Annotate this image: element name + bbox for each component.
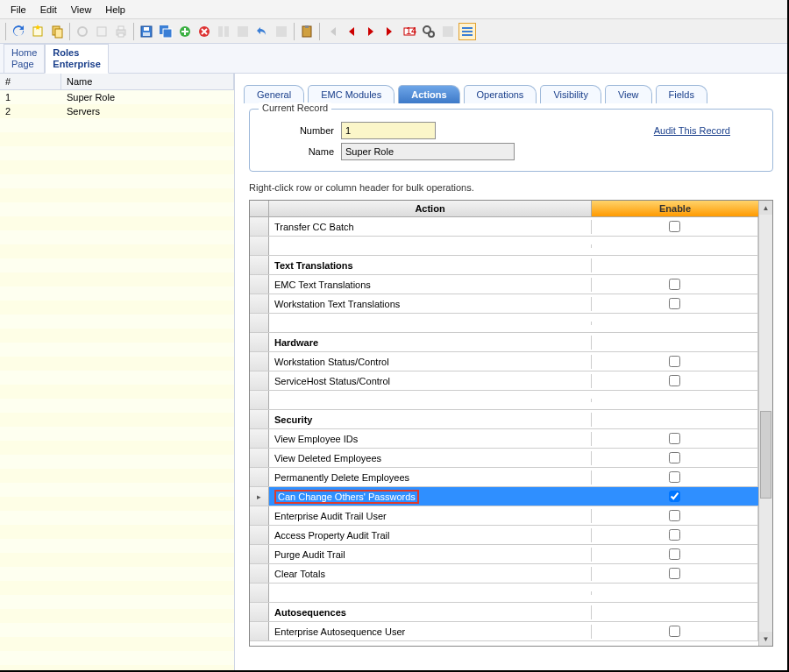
row-header[interactable] [250, 237, 269, 255]
list-view-icon[interactable] [458, 23, 476, 40]
tab-general[interactable]: General [244, 85, 304, 103]
action-cell[interactable]: Workstation Status/Control [269, 355, 592, 369]
enable-cell[interactable] [592, 622, 758, 640]
enable-checkbox[interactable] [669, 433, 680, 444]
col-name[interactable]: Name [61, 74, 234, 89]
grid-row[interactable]: Enterprise Audit Trail User [250, 506, 758, 526]
paste-icon[interactable] [298, 23, 316, 40]
grid-row[interactable]: Workstation Status/Control [250, 352, 758, 371]
row-header[interactable] [250, 526, 269, 544]
tab-fields[interactable]: Fields [656, 85, 707, 103]
row-header[interactable] [250, 506, 269, 525]
enable-cell[interactable] [592, 275, 758, 294]
name-field[interactable] [341, 143, 515, 160]
enable-cell[interactable] [592, 217, 758, 236]
grid-row[interactable]: EMC Text Translations [250, 275, 758, 294]
scroll-down-icon[interactable]: ▼ [759, 632, 772, 646]
find-icon[interactable] [420, 23, 437, 40]
tab-actions[interactable]: Actions [398, 85, 459, 103]
prev-icon[interactable] [343, 23, 360, 40]
print-icon[interactable] [112, 23, 130, 40]
grid-row[interactable]: Purge Audit Trail [250, 545, 758, 564]
row-header[interactable] [250, 314, 269, 332]
enable-checkbox[interactable] [669, 491, 680, 502]
col-action[interactable]: Action [269, 201, 592, 216]
tab-visibility[interactable]: Visibility [540, 85, 601, 103]
enable-cell[interactable] [592, 468, 758, 486]
actions-grid-body[interactable]: Transfer CC BatchText TranslationsEMC Te… [250, 217, 758, 646]
roles-list-body[interactable]: 1Super Role2Servers [0, 90, 234, 670]
row-header[interactable] [250, 603, 269, 621]
enable-checkbox[interactable] [669, 471, 680, 483]
row-header[interactable] [250, 352, 269, 371]
number-field[interactable] [341, 122, 436, 139]
action-cell[interactable]: ServiceHost Status/Control [269, 374, 592, 388]
enable-checkbox[interactable] [669, 375, 680, 386]
enable-cell[interactable] [592, 564, 758, 583]
enable-cell[interactable] [592, 371, 758, 390]
col-enable[interactable]: Enable [592, 201, 758, 216]
audit-this-record-link[interactable]: Audit This Record [654, 125, 730, 136]
save-all-icon[interactable] [157, 23, 174, 40]
action-cell[interactable]: Permanently Delete Employees [269, 470, 592, 485]
action-cell[interactable]: Enterprise Autosequence User [269, 625, 592, 639]
action-cell[interactable]: Can Change Others' Passwords [269, 488, 592, 506]
row-header[interactable] [250, 391, 269, 409]
refresh-icon[interactable] [10, 23, 27, 40]
action-cell[interactable]: Hardware [269, 336, 592, 350]
undo-icon[interactable] [253, 23, 271, 40]
enable-checkbox[interactable] [669, 568, 680, 579]
grid-row[interactable]: Enterprise Autosequence User [250, 622, 758, 641]
save-icon[interactable] [138, 23, 155, 40]
enable-checkbox[interactable] [669, 298, 680, 309]
enable-checkbox[interactable] [669, 279, 680, 290]
action-cell[interactable]: Access Property Audit Trail [269, 528, 592, 542]
row-header[interactable] [250, 333, 269, 351]
enable-checkbox[interactable] [669, 452, 680, 463]
grid-row[interactable]: Can Change Others' Passwords [250, 487, 758, 506]
action-cell[interactable]: View Deleted Employees [269, 451, 592, 465]
row-header[interactable] [250, 487, 269, 506]
action-cell[interactable]: Text Translations [269, 258, 592, 272]
action-cell[interactable]: Autosequences [269, 605, 592, 619]
grid-row[interactable]: Permanently Delete Employees [250, 468, 758, 487]
grid-row[interactable]: ServiceHost Status/Control [250, 371, 758, 391]
grid-section-row[interactable]: Text Translations [250, 256, 758, 275]
action-cell[interactable]: Workstation Text Translations [269, 297, 592, 311]
grid-section-row[interactable]: Hardware [250, 333, 758, 352]
row-header[interactable] [250, 545, 269, 563]
enable-checkbox[interactable] [669, 548, 680, 560]
next-icon[interactable] [362, 23, 380, 40]
action-cell[interactable]: Transfer CC Batch [269, 220, 592, 234]
tab-emc-modules[interactable]: EMC Modules [308, 85, 394, 103]
first-icon[interactable] [323, 23, 341, 40]
row-header[interactable] [250, 371, 269, 390]
enable-checkbox[interactable] [669, 356, 680, 367]
tab-operations[interactable]: Operations [464, 85, 537, 103]
col-number[interactable]: # [0, 74, 61, 89]
row-header[interactable] [250, 275, 269, 294]
row-header[interactable] [250, 564, 269, 583]
action-cell[interactable]: View Employee IDs [269, 432, 592, 446]
grid-row[interactable]: View Deleted Employees [250, 449, 758, 468]
row-header[interactable] [250, 622, 269, 640]
row-header[interactable] [250, 294, 269, 313]
enable-checkbox[interactable] [669, 529, 680, 541]
row-header[interactable] [250, 217, 269, 236]
grid-row[interactable]: Transfer CC Batch [250, 217, 758, 237]
row-header[interactable] [250, 449, 269, 467]
action-cell[interactable]: Purge Audit Trail [269, 548, 592, 562]
enable-checkbox[interactable] [669, 510, 680, 521]
roles-list-row[interactable]: 1Super Role [0, 90, 234, 104]
row-header[interactable] [250, 429, 269, 448]
action-cell[interactable]: Security [269, 413, 592, 427]
enable-cell[interactable] [592, 526, 758, 544]
enable-checkbox[interactable] [669, 626, 680, 637]
grid-row[interactable]: Access Property Audit Trail [250, 526, 758, 545]
action-cell[interactable]: Enterprise Audit Trail User [269, 509, 592, 523]
action-cell[interactable]: Clear Totals [269, 567, 592, 581]
grid-row[interactable]: Workstation Text Translations [250, 294, 758, 314]
enable-cell[interactable] [592, 487, 758, 506]
enable-cell[interactable] [592, 545, 758, 563]
row-header[interactable] [250, 584, 269, 602]
